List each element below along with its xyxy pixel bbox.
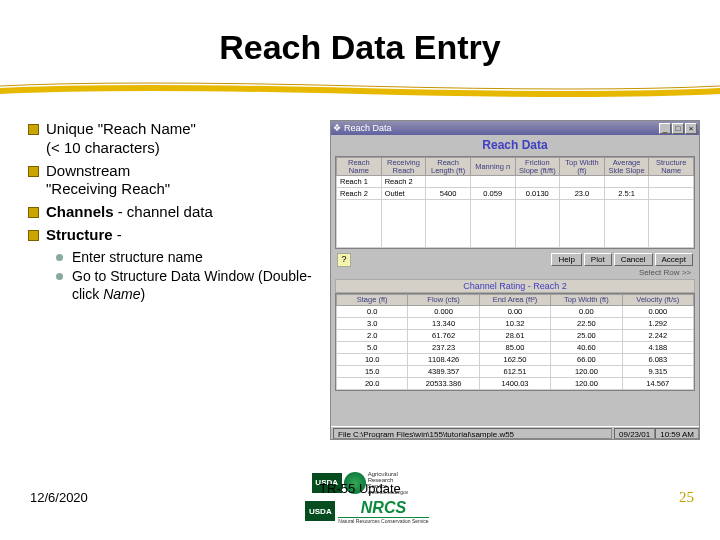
rating-title: Channel Rating - Reach 2 bbox=[335, 279, 695, 293]
bullet-item: Channels - channel data bbox=[28, 203, 313, 222]
plot-button[interactable]: Plot bbox=[584, 253, 612, 266]
usda-badge: USDA bbox=[305, 501, 335, 521]
cell[interactable]: 4.188 bbox=[622, 341, 693, 353]
cell[interactable] bbox=[604, 176, 649, 188]
table-row[interactable]: 15.04389.357612.51120.009.315 bbox=[337, 365, 694, 377]
bullet-cont: "Receiving Reach" bbox=[46, 180, 170, 197]
cell[interactable]: 612.51 bbox=[479, 365, 550, 377]
minimize-button[interactable]: _ bbox=[659, 123, 671, 134]
bullet-text: Downstream bbox=[46, 162, 130, 179]
cell[interactable]: 40.60 bbox=[551, 341, 622, 353]
cell[interactable]: 237.23 bbox=[408, 341, 479, 353]
cell[interactable]: 10.0 bbox=[337, 353, 408, 365]
window-titlebar: ❖ Reach Data _ □ × bbox=[331, 121, 699, 135]
cell[interactable]: 20.0 bbox=[337, 377, 408, 389]
table-row[interactable]: 10.01108.426162.5066.006.083 bbox=[337, 353, 694, 365]
slide-title: Reach Data Entry bbox=[0, 0, 720, 67]
table-row[interactable]: 2.061.76228.6125.002.242 bbox=[337, 329, 694, 341]
cell[interactable]: 0.0 bbox=[337, 305, 408, 317]
cell[interactable]: 2.5:1 bbox=[604, 188, 649, 200]
cell[interactable]: 23.0 bbox=[560, 188, 605, 200]
cell[interactable]: 6.083 bbox=[622, 353, 693, 365]
help-icon[interactable]: ? bbox=[337, 253, 351, 267]
table-row[interactable]: 20.020533.3861400.03120.0014.567 bbox=[337, 377, 694, 389]
col-header: Structure Name bbox=[649, 158, 694, 176]
action-hint: Select Row >> bbox=[639, 268, 691, 277]
col-header: Top Width (ft) bbox=[551, 295, 622, 306]
table-row[interactable]: 5.0237.2385.0040.604.188 bbox=[337, 341, 694, 353]
cell[interactable]: 120.00 bbox=[551, 365, 622, 377]
status-date: 09/23/01 bbox=[614, 428, 655, 439]
cell[interactable]: 66.00 bbox=[551, 353, 622, 365]
cell[interactable]: Outlet bbox=[381, 188, 426, 200]
col-header: Friction Slope (ft/ft) bbox=[515, 158, 560, 176]
cell[interactable]: 0.059 bbox=[470, 188, 515, 200]
cell[interactable]: 0.0130 bbox=[515, 188, 560, 200]
status-time: 10:59 AM bbox=[655, 428, 699, 439]
cell[interactable]: 4389.357 bbox=[408, 365, 479, 377]
cell[interactable]: 25.00 bbox=[551, 329, 622, 341]
cell[interactable]: 120.00 bbox=[551, 377, 622, 389]
cell[interactable] bbox=[649, 176, 694, 188]
cell[interactable]: 10.32 bbox=[479, 317, 550, 329]
window-icon: ❖ bbox=[333, 123, 341, 133]
close-button[interactable]: × bbox=[685, 123, 697, 134]
cell[interactable]: Reach 2 bbox=[337, 188, 382, 200]
cell[interactable] bbox=[470, 176, 515, 188]
panel-title: Reach Data bbox=[331, 135, 699, 154]
cell[interactable]: Reach 2 bbox=[381, 176, 426, 188]
table-row[interactable]: 3.013.34010.3222.501.292 bbox=[337, 317, 694, 329]
cell[interactable]: 13.340 bbox=[408, 317, 479, 329]
col-header: Flow (cfs) bbox=[408, 295, 479, 306]
col-header: Manning n bbox=[470, 158, 515, 176]
cell[interactable]: 15.0 bbox=[337, 365, 408, 377]
bullet-cont: (< 10 characters) bbox=[46, 139, 160, 156]
bullet-item: Unique "Reach Name" (< 10 characters) bbox=[28, 120, 313, 158]
page-number: 25 bbox=[679, 489, 694, 506]
table-row[interactable]: Reach 1Reach 2 bbox=[337, 176, 694, 188]
cell[interactable]: 1108.426 bbox=[408, 353, 479, 365]
table-row[interactable]: 0.00.0000.000.000.000 bbox=[337, 305, 694, 317]
cell[interactable]: 0.00 bbox=[479, 305, 550, 317]
reach-grid[interactable]: Reach NameReceiving ReachReach Length (f… bbox=[335, 156, 695, 249]
button-row: HelpPlotCancelAccept bbox=[545, 251, 699, 268]
cell[interactable]: 162.50 bbox=[479, 353, 550, 365]
cell[interactable]: 28.61 bbox=[479, 329, 550, 341]
maximize-button[interactable]: □ bbox=[672, 123, 684, 134]
rating-grid[interactable]: Stage (ft)Flow (cfs)End Area (ft²)Top Wi… bbox=[335, 293, 695, 391]
cell[interactable]: 0.000 bbox=[408, 305, 479, 317]
cell[interactable]: 2.242 bbox=[622, 329, 693, 341]
cell[interactable] bbox=[515, 176, 560, 188]
footer-center: USDA AgriculturalResearchServicewww.ars.… bbox=[250, 469, 470, 526]
title-underline bbox=[0, 80, 720, 102]
cell[interactable]: 85.00 bbox=[479, 341, 550, 353]
cell[interactable]: 0.000 bbox=[622, 305, 693, 317]
cell[interactable]: Reach 1 bbox=[337, 176, 382, 188]
footer-date: 12/6/2020 bbox=[30, 490, 88, 505]
cell[interactable]: 5400 bbox=[426, 188, 471, 200]
cancel-button[interactable]: Cancel bbox=[614, 253, 653, 266]
col-header: Reach Length (ft) bbox=[426, 158, 471, 176]
cell[interactable]: 61.762 bbox=[408, 329, 479, 341]
accept-button[interactable]: Accept bbox=[655, 253, 693, 266]
cell[interactable]: 1400.03 bbox=[479, 377, 550, 389]
help-button[interactable]: Help bbox=[551, 253, 581, 266]
cell[interactable] bbox=[560, 176, 605, 188]
cell[interactable] bbox=[426, 176, 471, 188]
window-title: Reach Data bbox=[344, 123, 392, 133]
cell[interactable]: 0.00 bbox=[551, 305, 622, 317]
cell[interactable]: 20533.386 bbox=[408, 377, 479, 389]
cell[interactable]: 14.567 bbox=[622, 377, 693, 389]
cell[interactable]: 3.0 bbox=[337, 317, 408, 329]
cell[interactable] bbox=[649, 188, 694, 200]
cell[interactable]: 5.0 bbox=[337, 341, 408, 353]
cell[interactable]: 22.50 bbox=[551, 317, 622, 329]
usda-nrcs-logo: USDA NRCS Natural Resources Conservation… bbox=[301, 497, 432, 526]
cell[interactable]: 9.315 bbox=[622, 365, 693, 377]
table-row[interactable]: Reach 2Outlet54000.0590.013023.02.5:1 bbox=[337, 188, 694, 200]
bullet-list: Unique "Reach Name" (< 10 characters) Do… bbox=[28, 120, 313, 305]
nrcs-text: NRCS bbox=[338, 499, 428, 518]
footer-title-overlay: TR-55 Update bbox=[250, 481, 470, 496]
cell[interactable]: 2.0 bbox=[337, 329, 408, 341]
cell[interactable]: 1.292 bbox=[622, 317, 693, 329]
